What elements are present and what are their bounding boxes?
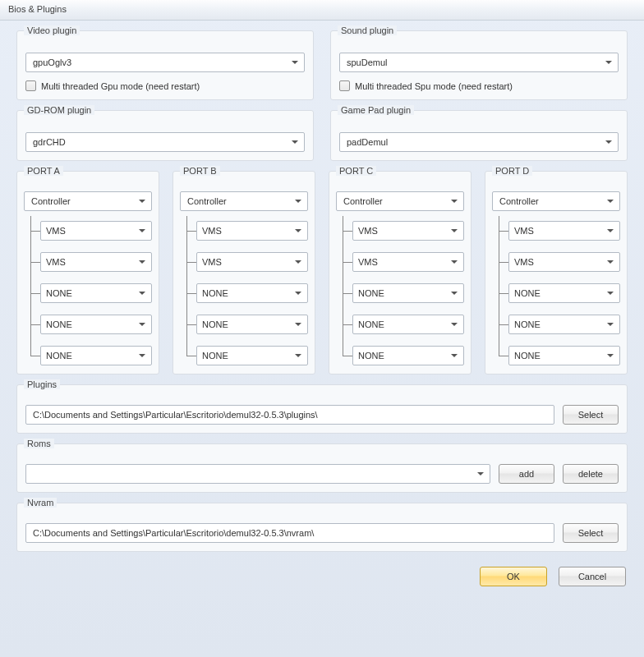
chevron-down-icon: [295, 260, 301, 264]
port-slot-item: NONE: [508, 315, 620, 334]
port-slot-combo[interactable]: VMS: [508, 221, 620, 241]
port-slot-combo[interactable]: VMS: [40, 252, 152, 272]
nvram-select-button[interactable]: Select: [563, 523, 619, 543]
chevron-down-icon: [451, 260, 458, 264]
port-slot-value: VMS: [46, 226, 66, 236]
chevron-down-icon: [139, 354, 145, 357]
video-plugin-label: Video plugin: [24, 25, 80, 35]
chevron-down-icon: [451, 323, 458, 326]
ok-button[interactable]: OK: [480, 567, 547, 586]
port-slot-combo[interactable]: NONE: [40, 315, 152, 334]
chevron-down-icon: [295, 323, 301, 326]
port-slot-combo[interactable]: VMS: [196, 252, 308, 272]
port-controller-value: Controller: [343, 196, 383, 206]
port-label: PORT B: [180, 166, 220, 176]
window-title: Bios & Plugins: [8, 4, 67, 14]
port-slot-item: NONE: [40, 283, 152, 303]
roms-delete-button[interactable]: delete: [563, 464, 619, 484]
port-group-c: PORT CControllerVMSVMSNONENONENONE: [329, 171, 472, 374]
plugins-select-button[interactable]: Select: [563, 405, 619, 425]
port-slot-value: NONE: [514, 351, 540, 361]
port-controller-combo[interactable]: Controller: [336, 191, 464, 211]
port-slot-value: NONE: [46, 351, 72, 361]
port-slot-combo[interactable]: NONE: [196, 346, 308, 365]
port-controller-combo[interactable]: Controller: [180, 191, 308, 211]
gamepad-plugin-combo[interactable]: padDemul: [339, 132, 619, 152]
chevron-down-icon: [607, 200, 614, 203]
roms-label: Roms: [24, 439, 54, 448]
port-slot-item: NONE: [352, 283, 464, 303]
video-multithread-checkbox[interactable]: [25, 80, 36, 91]
port-slot-combo[interactable]: NONE: [508, 283, 620, 303]
chevron-down-icon: [451, 200, 458, 203]
video-plugin-group: Video plugin gpuOglv3 Multi threaded Gpu…: [16, 30, 314, 100]
port-slot-value: NONE: [358, 288, 384, 298]
port-slot-item: NONE: [352, 346, 464, 365]
port-controller-combo[interactable]: Controller: [24, 191, 152, 211]
port-slot-combo[interactable]: NONE: [40, 283, 152, 303]
port-slot-item: NONE: [196, 283, 308, 303]
gdrom-plugin-label: GD-ROM plugin: [24, 105, 94, 115]
chevron-down-icon: [607, 260, 614, 264]
port-slot-value: VMS: [514, 226, 534, 236]
port-slot-combo[interactable]: NONE: [196, 283, 308, 303]
chevron-down-icon: [139, 260, 145, 264]
port-slot-combo[interactable]: NONE: [196, 315, 308, 334]
port-slot-combo[interactable]: NONE: [508, 346, 620, 365]
sound-multithread-label: Multi threaded Spu mode (need restart): [355, 81, 513, 91]
chevron-down-icon: [477, 472, 484, 476]
nvram-label: Nvram: [24, 498, 57, 508]
plugins-path-input[interactable]: C:\Documents and Settings\Particular\Esc…: [25, 405, 554, 425]
gdrom-plugin-combo[interactable]: gdrCHD: [25, 132, 305, 152]
port-slot-combo[interactable]: VMS: [352, 221, 464, 241]
sound-plugin-combo[interactable]: spuDemul: [339, 53, 619, 72]
port-slot-value: VMS: [514, 257, 534, 267]
port-slot-combo[interactable]: NONE: [40, 346, 152, 365]
port-slot-value: NONE: [46, 288, 72, 298]
chevron-down-icon: [607, 292, 614, 295]
chevron-down-icon: [295, 292, 301, 295]
port-slot-item: NONE: [196, 346, 308, 365]
port-label: PORT C: [336, 166, 376, 176]
chevron-down-icon: [607, 229, 614, 232]
port-slot-value: VMS: [202, 257, 222, 267]
gdrom-plugin-value: gdrCHD: [33, 137, 66, 147]
chevron-down-icon: [139, 200, 145, 203]
port-controller-combo[interactable]: Controller: [492, 191, 620, 211]
chevron-down-icon: [292, 140, 298, 144]
chevron-down-icon: [605, 61, 612, 64]
port-slot-item: NONE: [508, 283, 620, 303]
port-slot-combo[interactable]: VMS: [508, 252, 620, 272]
cancel-button[interactable]: Cancel: [559, 567, 626, 586]
port-slot-combo[interactable]: VMS: [352, 252, 464, 272]
port-label: PORT A: [24, 166, 63, 176]
port-slot-combo[interactable]: NONE: [508, 315, 620, 334]
gdrom-plugin-group: GD-ROM plugin gdrCHD: [16, 110, 314, 161]
port-slot-value: NONE: [358, 319, 384, 329]
port-slot-item: VMS: [40, 221, 152, 241]
port-slot-combo[interactable]: NONE: [352, 283, 464, 303]
sound-plugin-group: Sound plugin spuDemul Multi threaded Spu…: [330, 30, 628, 100]
port-slot-item: VMS: [196, 221, 308, 241]
port-controller-value: Controller: [499, 196, 539, 206]
port-slot-value: VMS: [202, 226, 222, 236]
port-slot-combo[interactable]: NONE: [352, 315, 464, 334]
chevron-down-icon: [451, 292, 458, 295]
video-plugin-combo[interactable]: gpuOglv3: [25, 53, 305, 72]
port-slot-combo[interactable]: NONE: [352, 346, 464, 365]
video-multithread-label: Multi threaded Gpu mode (need restart): [41, 81, 200, 91]
port-group-b: PORT BControllerVMSVMSNONENONENONE: [172, 171, 315, 374]
roms-add-button[interactable]: add: [499, 464, 554, 484]
port-slot-value: NONE: [358, 351, 384, 361]
sound-multithread-checkbox[interactable]: [339, 80, 350, 91]
port-slot-item: VMS: [196, 252, 308, 272]
port-slot-combo[interactable]: VMS: [40, 221, 152, 241]
port-slot-combo[interactable]: VMS: [196, 221, 308, 241]
nvram-path-input[interactable]: C:\Documents and Settings\Particular\Esc…: [25, 523, 554, 543]
port-slot-value: NONE: [202, 319, 228, 329]
chevron-down-icon: [295, 229, 301, 232]
chevron-down-icon: [607, 323, 614, 326]
port-label: PORT D: [492, 166, 532, 176]
roms-combo[interactable]: [25, 464, 490, 484]
gamepad-plugin-label: Game Pad plugin: [338, 105, 414, 115]
